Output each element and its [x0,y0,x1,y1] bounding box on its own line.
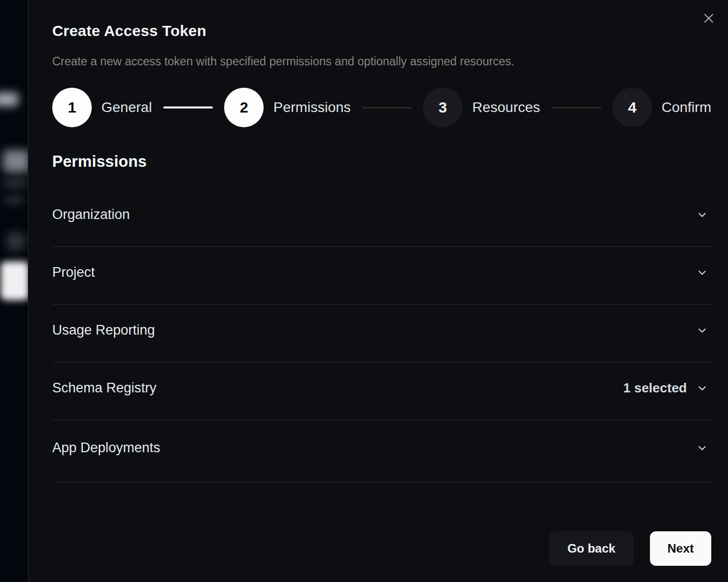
accordion-label: App Deployments [52,440,696,456]
blurred-background-panel [1,262,29,300]
stepper-step-confirm[interactable]: 4 Confirm [612,88,711,127]
stepper: 1 General 2 Permissions 3 Resources 4 Co… [52,88,711,127]
step-label: Permissions [273,99,350,116]
accordion-app-deployments[interactable]: App Deployments [52,420,711,482]
close-button[interactable] [700,9,718,27]
stepper-connector [362,107,412,108]
blurred-background-card [3,150,29,172]
blurred-background-avatar [6,231,26,251]
section-heading: Permissions [52,153,711,171]
permissions-accordion-list: Organization Project Usage Reporting Sch… [52,189,711,482]
stepper-step-permissions[interactable]: 2 Permissions [224,88,350,127]
accordion-project[interactable]: Project [52,247,711,305]
chevron-down-icon [696,382,708,394]
stepper-step-resources[interactable]: 3 Resources [423,88,540,127]
background-overlay [0,0,28,582]
step-number-badge: 2 [224,88,264,127]
step-label: General [101,99,152,116]
stepper-step-general[interactable]: 1 General [52,88,152,127]
accordion-schema-registry[interactable]: Schema Registry 1 selected [52,362,711,420]
accordion-label: Project [52,265,696,280]
next-button[interactable]: Next [650,531,711,566]
accordion-organization[interactable]: Organization [52,189,711,247]
stepper-connector [163,106,213,108]
blurred-background-line [4,197,24,203]
close-icon [702,12,715,25]
chevron-down-icon [696,442,708,454]
step-number-badge: 1 [52,88,92,127]
blurred-background-line [4,180,27,187]
chevron-down-icon [696,267,708,279]
stepper-connector [551,107,601,108]
step-number-badge: 4 [612,88,652,127]
selection-count-badge: 1 selected [623,380,687,396]
create-access-token-modal: Create Access Token Create a new access … [28,0,728,582]
chevron-down-icon [696,324,708,337]
go-back-button[interactable]: Go back [549,531,634,566]
chevron-down-icon [696,209,708,221]
blurred-background-text [0,93,18,106]
accordion-label: Schema Registry [52,380,623,396]
step-number-badge: 3 [423,88,462,127]
step-label: Resources [472,99,540,116]
accordion-usage-reporting[interactable]: Usage Reporting [52,305,711,362]
accordion-label: Organization [52,207,696,223]
modal-title: Create Access Token [52,22,711,40]
accordion-label: Usage Reporting [52,322,696,338]
modal-subtitle: Create a new access token with specified… [52,55,711,68]
step-label: Confirm [662,99,711,116]
modal-footer: Go back Next [52,531,711,567]
